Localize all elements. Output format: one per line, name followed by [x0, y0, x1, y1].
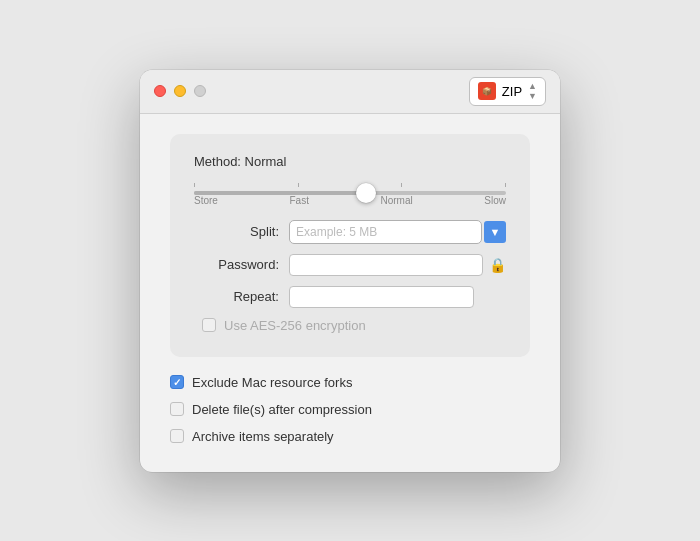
compression-panel: Method: Normal Store Fast Normal S	[170, 134, 530, 357]
aes-checkbox[interactable]	[202, 318, 216, 332]
tick-4	[505, 183, 506, 187]
split-dropdown-button[interactable]: ▼	[484, 221, 506, 243]
password-input[interactable]	[289, 254, 483, 276]
method-label: Method: Normal	[194, 154, 506, 169]
minimize-button[interactable]	[174, 85, 186, 97]
tick-1	[194, 183, 195, 187]
slider-track[interactable]	[194, 191, 506, 195]
split-row: Split: Example: 5 MB ▼	[194, 220, 506, 244]
delete-files-row: Delete file(s) after compression	[170, 402, 530, 417]
exclude-mac-row: Exclude Mac resource forks	[170, 375, 530, 390]
slider-labels: Store Fast Normal Slow	[194, 195, 506, 206]
titlebar: 📦 ZIP ▲ ▼	[140, 70, 560, 114]
tick-2	[298, 183, 299, 187]
exclude-mac-label: Exclude Mac resource forks	[192, 375, 352, 390]
repeat-row: Repeat:	[194, 286, 506, 308]
split-arrow-icon: ▼	[490, 226, 501, 238]
exclude-mac-checkbox[interactable]	[170, 375, 184, 389]
archive-separately-checkbox[interactable]	[170, 429, 184, 443]
tick-3	[401, 183, 402, 187]
delete-files-checkbox[interactable]	[170, 402, 184, 416]
zip-icon: 📦	[478, 82, 496, 100]
label-fast: Fast	[289, 195, 308, 206]
split-placeholder: Example: 5 MB	[296, 225, 475, 239]
label-slow: Slow	[484, 195, 506, 206]
split-select[interactable]: Example: 5 MB	[289, 220, 482, 244]
aes-label: Use AES-256 encryption	[224, 318, 366, 333]
slider-fill	[194, 191, 366, 195]
zip-format-button[interactable]: 📦 ZIP ▲ ▼	[469, 77, 546, 106]
slider-thumb[interactable]	[356, 183, 376, 203]
repeat-label: Repeat:	[194, 289, 279, 304]
close-button[interactable]	[154, 85, 166, 97]
zip-label: ZIP	[502, 84, 522, 99]
tick-marks	[194, 183, 506, 189]
zip-icon-label: 📦	[482, 87, 492, 96]
main-window: 📦 ZIP ▲ ▼ Method: Normal	[140, 70, 560, 472]
compression-slider-container: Store Fast Normal Slow	[194, 183, 506, 206]
label-store: Store	[194, 195, 218, 206]
repeat-input[interactable]	[289, 286, 474, 308]
lock-icon: 🔒	[489, 257, 506, 273]
password-label: Password:	[194, 257, 279, 272]
label-normal: Normal	[380, 195, 412, 206]
delete-files-label: Delete file(s) after compression	[192, 402, 372, 417]
aes-row: Use AES-256 encryption	[194, 318, 506, 333]
archive-separately-row: Archive items separately	[170, 429, 530, 444]
maximize-button[interactable]	[194, 85, 206, 97]
content-area: Method: Normal Store Fast Normal S	[140, 114, 560, 472]
split-label: Split:	[194, 224, 279, 239]
chevrons-icon: ▲ ▼	[528, 82, 537, 101]
archive-separately-label: Archive items separately	[192, 429, 334, 444]
password-row: Password: 🔒	[194, 254, 506, 276]
traffic-lights	[154, 85, 206, 97]
